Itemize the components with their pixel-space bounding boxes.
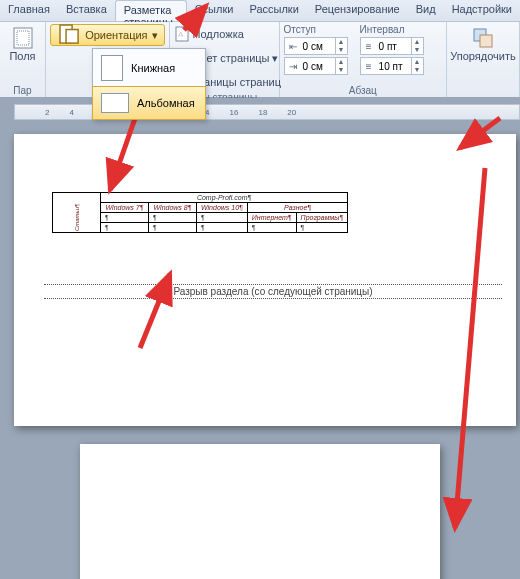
group-label-para: Пар — [4, 85, 41, 97]
spacing-after-spinner[interactable]: ≡ 10 пт ▲▼ — [360, 57, 424, 75]
spacing-before-value: 0 пт — [377, 41, 411, 52]
page-portrait[interactable] — [80, 444, 440, 579]
table-row-header: Статьи¶ — [53, 193, 101, 233]
arrange-button[interactable]: Упорядочить — [451, 24, 515, 85]
watermark-button[interactable]: A Подложка — [174, 24, 275, 44]
horizontal-ruler[interactable]: 2 4 6 8 10 12 14 16 18 20 — [14, 104, 520, 120]
section-break-marker: Разрыв раздела (со следующей страницы) — [44, 284, 502, 299]
portrait-label: Книжная — [131, 62, 175, 74]
orientation-button[interactable]: Ориентация ▾ — [50, 24, 165, 46]
spacing-after-value: 10 пт — [377, 61, 411, 72]
group-label-paragraph: Абзац — [284, 85, 442, 97]
orientation-label: Ориентация — [85, 29, 147, 41]
indent-right-icon: ⇥ — [285, 61, 301, 72]
landscape-page-icon — [101, 93, 129, 113]
svg-text:A: A — [178, 30, 184, 39]
arrange-label: Упорядочить — [450, 50, 515, 62]
tab-mailings[interactable]: Рассылки — [241, 0, 306, 21]
orientation-landscape[interactable]: Альбомная — [92, 86, 206, 120]
margins-icon — [11, 26, 35, 50]
watermark-icon: A — [174, 26, 190, 42]
tab-references[interactable]: Ссылки — [187, 0, 242, 21]
content-table[interactable]: Статьи¶ Comp-Profi.com¶ Windows 7¶ Windo… — [52, 192, 348, 233]
tab-home[interactable]: Главная — [0, 0, 58, 21]
margins-label: Поля — [9, 50, 35, 62]
landscape-label: Альбомная — [137, 97, 195, 109]
tab-review[interactable]: Рецензирование — [307, 0, 408, 21]
spacing-heading: Интервал — [360, 24, 424, 35]
document-area: 2 4 6 8 10 12 14 16 18 20 Статьи¶ Comp-P… — [0, 98, 520, 579]
chevron-down-icon: ▾ — [152, 29, 158, 42]
chevron-down-icon: ▾ — [272, 52, 278, 65]
svg-rect-9 — [480, 35, 492, 47]
tab-addins[interactable]: Надстройки — [444, 0, 520, 21]
ribbon: Поля Пар Ориентация ▾ Книжная Альбомная — [0, 22, 520, 98]
arrange-icon — [471, 26, 495, 50]
indent-right-value: 0 см — [301, 61, 335, 72]
portrait-page-icon — [101, 55, 123, 81]
indent-left-spinner[interactable]: ⇤ 0 см ▲▼ — [284, 37, 348, 55]
margins-button[interactable]: Поля — [4, 24, 41, 85]
page-landscape[interactable]: Статьи¶ Comp-Profi.com¶ Windows 7¶ Windo… — [14, 134, 516, 426]
tab-view[interactable]: Вид — [408, 0, 444, 21]
orientation-icon — [57, 22, 81, 48]
indent-heading: Отступ — [284, 24, 348, 35]
spacing-before-icon: ≡ — [361, 41, 377, 52]
watermark-label: Подложка — [193, 28, 244, 40]
tab-insert[interactable]: Вставка — [58, 0, 115, 21]
spacing-after-icon: ≡ — [361, 61, 377, 72]
svg-rect-3 — [66, 29, 78, 43]
indent-left-value: 0 см — [301, 41, 335, 52]
orientation-portrait[interactable]: Книжная — [93, 49, 205, 87]
spacing-before-spinner[interactable]: ≡ 0 пт ▲▼ — [360, 37, 424, 55]
orientation-dropdown: Книжная Альбомная — [92, 48, 206, 120]
tab-page-layout[interactable]: Разметка страницы — [115, 0, 187, 21]
indent-left-icon: ⇤ — [285, 41, 301, 52]
table-title: Comp-Profi.com¶ — [101, 193, 348, 203]
indent-right-spinner[interactable]: ⇥ 0 см ▲▼ — [284, 57, 348, 75]
ribbon-tabstrip: Главная Вставка Разметка страницы Ссылки… — [0, 0, 520, 22]
